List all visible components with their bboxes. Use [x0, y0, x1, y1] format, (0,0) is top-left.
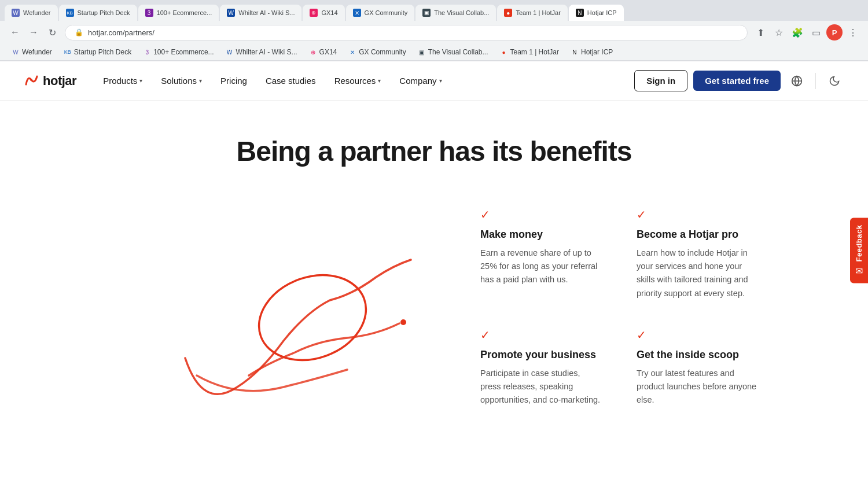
header-divider: [815, 73, 816, 89]
site-header: hotjar Products ▾ Solutions ▾ Pricing Ca…: [0, 61, 868, 101]
bookmark-favicon-team1-hotjar: ●: [499, 48, 507, 56]
benefit-title-promote-business: Promote your business: [480, 349, 602, 361]
tab-gx14[interactable]: ⊕ GX14: [303, 5, 344, 21]
nav-label-resources: Resources: [334, 76, 376, 86]
tab-label-visual-collab: The Visual Collab...: [434, 9, 489, 16]
toolbar-actions: ⬆ ☆ 🧩 ▭ P ⋮: [752, 24, 861, 40]
nav-label-pricing: Pricing: [220, 76, 247, 86]
address-text: hotjar.com/partners/: [88, 28, 155, 37]
benefit-desc-inside-scoop: Try our latest features and product laun…: [637, 367, 758, 407]
bookmark-wefunder[interactable]: W Wefunder: [7, 46, 57, 58]
header-actions: Sign in Get started free: [634, 70, 845, 91]
benefit-promote-business: ✓ Promote your business Participate in c…: [480, 328, 602, 407]
bookmark-favicon-gx-community: ✕: [348, 48, 356, 56]
tab-favicon-gx14: ⊕: [310, 9, 318, 17]
bookmark-label-startup: Startup Pitch Deck: [74, 48, 131, 56]
forward-button[interactable]: →: [25, 24, 42, 40]
bookmark-favicon-visual-collab: ▣: [418, 48, 426, 56]
benefit-desc-promote-business: Participate in case studies, press relea…: [480, 367, 602, 407]
tab-favicon-whilter: W: [227, 9, 235, 17]
tab-favicon-hotjar-icp: N: [576, 9, 584, 17]
nav-item-solutions[interactable]: Solutions ▾: [153, 71, 210, 90]
language-button[interactable]: [786, 71, 807, 91]
nav-item-resources[interactable]: Resources ▾: [326, 71, 389, 90]
address-bar[interactable]: 🔒 hotjar.com/partners/: [65, 25, 748, 40]
back-button[interactable]: ←: [7, 24, 23, 40]
signin-button[interactable]: Sign in: [634, 70, 687, 91]
bookmark-whilter[interactable]: W Whilter AI - Wiki S...: [221, 46, 302, 58]
tab-ecommerce[interactable]: 3 100+ Ecommerce...: [138, 5, 219, 21]
lock-icon: 🔒: [75, 28, 83, 36]
bookmark-hotjar-icp[interactable]: N Hotjar ICP: [566, 46, 617, 58]
bookmark-favicon-whilter: W: [226, 48, 234, 56]
nav-item-pricing[interactable]: Pricing: [212, 71, 255, 90]
nav-item-case-studies[interactable]: Case studies: [258, 71, 324, 90]
tab-team1-hotjar[interactable]: ● Team 1 | HotJar: [497, 5, 567, 21]
bookmark-favicon-ecommerce: 3: [143, 48, 151, 56]
moon-icon: [829, 75, 840, 87]
nav-item-company[interactable]: Company ▾: [391, 71, 450, 90]
feedback-label: Feedback: [855, 225, 863, 262]
logo-link[interactable]: hotjar: [23, 73, 76, 89]
nav-label-case-studies: Case studies: [266, 76, 316, 86]
nav-chevron-resources: ▾: [378, 78, 381, 84]
bookmark-label-gx-community: GX Community: [359, 48, 406, 56]
tab-visual-collab[interactable]: ▣ The Visual Collab...: [415, 5, 496, 21]
benefit-title-hotjar-pro: Become a Hotjar pro: [637, 229, 758, 241]
bookmark-gx-community[interactable]: ✕ GX Community: [344, 46, 410, 58]
dark-mode-button[interactable]: [824, 71, 845, 91]
logo-svg-icon: [23, 73, 39, 89]
menu-button[interactable]: ⋮: [845, 24, 861, 40]
tab-startup[interactable]: KB Startup Pitch Deck: [59, 5, 137, 21]
nav-label-products: Products: [103, 76, 137, 86]
reload-button[interactable]: ↻: [44, 24, 60, 40]
tab-label-gx-community: GX Community: [365, 9, 408, 16]
tab-favicon-ecommerce: 3: [145, 9, 153, 17]
bookmark-startup[interactable]: KB Startup Pitch Deck: [59, 46, 136, 58]
tab-label-team1-hotjar: Team 1 | HotJar: [516, 9, 560, 16]
benefit-title-make-money: Make money: [480, 229, 602, 241]
logo-text: hotjar: [43, 73, 76, 89]
tab-label-wefunder: Wefunder: [23, 9, 51, 16]
profile-button[interactable]: P: [826, 24, 843, 40]
bookmark-favicon-hotjar-icp: N: [571, 48, 579, 56]
main-nav: Products ▾ Solutions ▾ Pricing Case stud…: [95, 71, 634, 90]
benefit-title-inside-scoop: Get the inside scoop: [637, 349, 758, 361]
share-button[interactable]: ⬆: [752, 24, 768, 40]
main-content: Being a partner has its benefits: [0, 101, 868, 474]
browser-nav-buttons: ← → ↻: [7, 24, 60, 40]
check-icon-inside-scoop: ✓: [637, 328, 758, 342]
tab-whilter[interactable]: W Whilter AI - Wiki S...: [220, 5, 301, 21]
globe-icon: [791, 75, 803, 87]
extensions-button[interactable]: 🧩: [789, 24, 806, 40]
browser-tabs: W Wefunder KB Startup Pitch Deck 3 100+ …: [0, 0, 868, 21]
bookmark-label-team1-hotjar: Team 1 | HotJar: [510, 48, 558, 56]
feedback-tab[interactable]: Feedback ✉: [850, 218, 868, 283]
bookmark-button[interactable]: ☆: [771, 24, 787, 40]
svg-point-3: [400, 319, 406, 325]
get-started-button[interactable]: Get started free: [693, 71, 781, 91]
benefits-grid: ✓ Make money Earn a revenue share of up …: [480, 208, 758, 407]
nav-label-company: Company: [399, 76, 436, 86]
bookmark-visual-collab[interactable]: ▣ The Visual Collab...: [413, 46, 493, 58]
feedback-icon: ✉: [855, 265, 863, 276]
tab-gx-community[interactable]: ✕ GX Community: [346, 5, 415, 21]
bookmark-label-wefunder: Wefunder: [22, 48, 52, 56]
check-icon-hotjar-pro: ✓: [637, 208, 758, 222]
tab-wefunder[interactable]: W Wefunder: [5, 5, 58, 21]
tab-hotjar-icp[interactable]: N Hotjar ICP: [569, 5, 624, 21]
tab-manager-button[interactable]: ▭: [808, 24, 824, 40]
bookmark-ecommerce[interactable]: 3 100+ Ecommerce...: [138, 46, 218, 58]
nav-item-products[interactable]: Products ▾: [95, 71, 150, 90]
bookmark-label-gx14: GX14: [319, 48, 337, 56]
bookmark-team1-hotjar[interactable]: ● Team 1 | HotJar: [495, 46, 563, 58]
check-icon-make-money: ✓: [480, 208, 602, 222]
bookmark-gx14[interactable]: ⊕ GX14: [304, 46, 342, 58]
bookmark-label-ecommerce: 100+ Ecommerce...: [153, 48, 214, 56]
bookmark-label-hotjar-icp: Hotjar ICP: [581, 48, 613, 56]
svg-point-0: [30, 79, 32, 81]
browser-toolbar: ← → ↻ 🔒 hotjar.com/partners/ ⬆ ☆ 🧩 ▭ P ⋮: [0, 21, 868, 44]
browser-chrome: W Wefunder KB Startup Pitch Deck 3 100+ …: [0, 0, 868, 61]
tab-favicon-visual-collab: ▣: [422, 9, 431, 17]
tab-label-ecommerce: 100+ Ecommerce...: [157, 9, 212, 16]
